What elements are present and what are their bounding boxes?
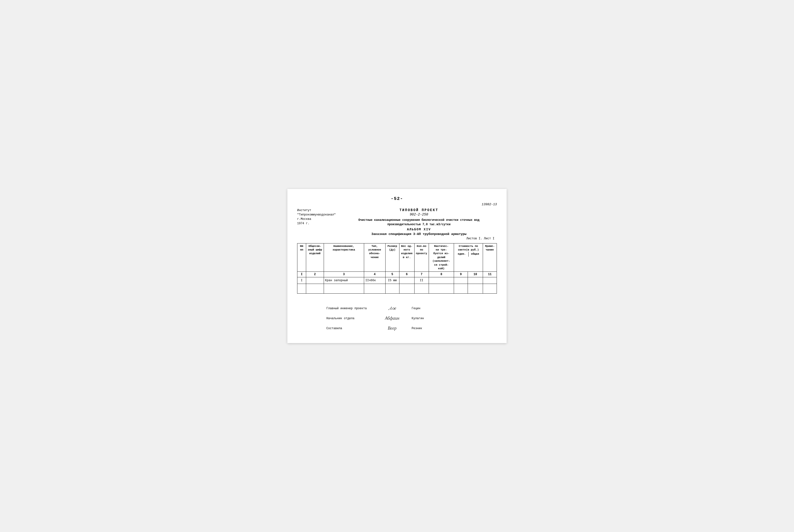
header-col4: Тип,условноеобозна-чение <box>364 243 385 272</box>
album-label: АЛЬБОМ XIV <box>341 228 497 231</box>
row1-cost-total <box>468 277 483 284</box>
row1-code <box>306 277 324 284</box>
row1-type: IIч66к <box>364 277 385 284</box>
col-num-9: 9 <box>454 272 468 277</box>
institute-line1: Институт <box>297 208 341 212</box>
col-num-5: 5 <box>385 272 399 277</box>
institute-line4: 1974 г. <box>297 221 341 226</box>
row1-num: I <box>297 277 306 284</box>
header-section: Институт "Типрокоммунводоканал" г.Москва… <box>297 208 497 240</box>
sig-line-3: Веер <box>375 326 409 331</box>
page-number: -52- <box>297 196 497 201</box>
sig-name-3: Резник <box>412 327 422 330</box>
header-col6: Вес од-ногоизделияв кг. <box>399 243 414 272</box>
col-num-7: 7 <box>414 272 429 277</box>
col-num-8: 8 <box>429 272 454 277</box>
signature-row-2: Начальник отдела Абфаин Кулагин <box>326 316 497 321</box>
institute-block: Институт "Типрокоммунводоканал" г.Москва… <box>297 208 341 226</box>
signature-row-3: Составила Веер Резник <box>326 326 497 331</box>
spec-title: Заказная спецификация З-АП трубопроводно… <box>341 232 497 236</box>
col-num-1: I <box>297 272 306 277</box>
col-num-4: 4 <box>364 272 385 277</box>
table-row: I Кран запорный IIч66к I5 мм II <box>297 277 497 284</box>
row1-weight <box>399 277 414 284</box>
header-col8: Фактичес-ки тре-буется из-делий(заполняе… <box>429 243 454 272</box>
empty-row <box>297 284 497 293</box>
row1-qty: II <box>414 277 429 284</box>
col-num-10: 10 <box>468 272 483 277</box>
institute-line3: г.Москва <box>297 217 341 221</box>
table-header-row: №№пп Общесою-зный шифризделий Наименован… <box>297 243 497 272</box>
sig-title-3: Составила <box>326 327 375 330</box>
row1-fact <box>429 277 454 284</box>
sig-name-1: Гецин <box>412 307 420 310</box>
header-col1: №№пп <box>297 243 306 272</box>
sig-title-2: Начальник отдела <box>326 317 375 320</box>
header-col5: Размер(Ду) <box>385 243 399 272</box>
sig-name-2: Кулагин <box>412 317 424 320</box>
header-col9-10: Стоимость посмете(в руб.)един.общая <box>454 243 483 272</box>
spec-table: №№пп Общесою-зный шифризделий Наименован… <box>297 243 497 294</box>
col-num-2: 2 <box>306 272 324 277</box>
col-num-3: 3 <box>324 272 364 277</box>
header-col11: Приме-чание <box>483 243 497 272</box>
table-container: №№пп Общесою-зный шифризделий Наименован… <box>297 243 497 294</box>
header-col2: Общесою-зный шифризделий <box>306 243 324 272</box>
row1-size: I5 мм <box>385 277 399 284</box>
signature-row-1: Главный инженер проекта 𝓐 ое Гецин <box>326 306 497 311</box>
institute-line2: "Типрокоммунводоканал" <box>297 212 341 217</box>
sheets-info: Листов I. Лист I <box>341 237 494 240</box>
doc-number: 13982-13 <box>297 203 497 206</box>
project-number: 902-2-250 <box>341 212 497 216</box>
row1-cost-unit <box>454 277 468 284</box>
row1-name: Кран запорный <box>324 277 364 284</box>
sig-line-2: Абфаин <box>375 316 409 321</box>
document-page: -52- 13982-13 Институт "Типрокоммунводок… <box>287 189 507 343</box>
project-description: Очистные канализационные сооружения биол… <box>341 218 497 227</box>
column-numbers-row: I 2 3 4 5 6 7 8 9 10 11 <box>297 272 497 277</box>
title-block: ТИПОВОЙ ПРОЕКТ 902-2-250 Очистные канали… <box>341 208 497 240</box>
col-num-11: 11 <box>483 272 497 277</box>
type-project-label: ТИПОВОЙ ПРОЕКТ <box>341 208 497 212</box>
sig-line-1: 𝓐 ое <box>375 306 409 311</box>
row1-note <box>483 277 497 284</box>
header-col7: Кол-вопопроекту <box>414 243 429 272</box>
header-col3: Наименование,характеристика <box>324 243 364 272</box>
col-num-6: 6 <box>399 272 414 277</box>
sig-title-1: Главный инженер проекта <box>326 307 375 310</box>
signatures-section: Главный инженер проекта 𝓐 ое Гецин Начал… <box>326 306 497 331</box>
